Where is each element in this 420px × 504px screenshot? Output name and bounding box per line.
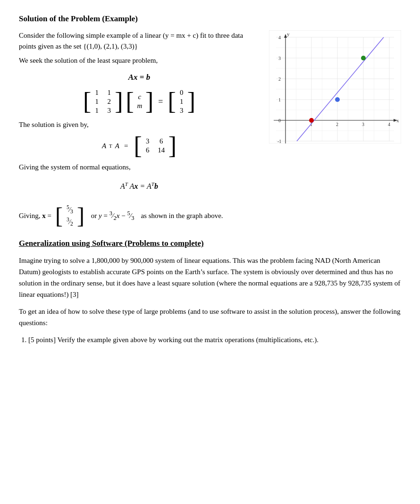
bracket-right-ata: ] [168,135,176,156]
svg-text:0: 0 [278,118,281,123]
data-point-2 [335,97,340,102]
vector-cm: c m [137,93,143,110]
giving-label: Giving, x = [19,212,51,220]
eq-axb: Ax = b [128,73,151,82]
matrix-ata: 36 614 [145,137,166,154]
problem-list: [5 points] Verify the example given abov… [19,334,401,345]
bracket-right-cm: ] [145,91,153,112]
normal-eq-text: Giving the system of normal equations, [19,162,260,173]
x-val-2: 3⁄2 [67,216,73,228]
svg-text:2: 2 [336,122,338,127]
bracket-right-x: ] [77,206,84,226]
gen-para2: To get an idea of how to solve these typ… [19,306,401,328]
svg-text:-1: -1 [277,139,281,143]
data-point-3 [361,56,366,60]
bracket-left-x: [ [55,206,63,226]
svg-text:2: 2 [278,76,281,82]
giving-row: Giving, x = [ 5⁄3 3⁄2 ] or y = 3⁄2x − 5⁄… [19,204,401,227]
section2-title: Generalization using Software (Problems … [19,239,401,248]
svg-text:3: 3 [362,122,364,127]
intro-text: Consider the following simple example of… [19,30,260,51]
bracket-left-b: [ [168,91,176,112]
problem-1: [5 points] Verify the example given abov… [28,334,401,345]
ata-equation: ATA = [ 36 614 ] [19,135,260,156]
gen-para1: Imagine trying to solve a 1,800,000 by 9… [19,255,401,300]
svg-text:4: 4 [278,35,281,40]
section1-title: Solution of the Problem (Example) [19,14,401,24]
svg-text:y: y [287,31,290,37]
bracket-left-ata: [ [134,135,142,156]
solution-given-text: The solution is given by, [19,119,260,130]
matrix-equation: [ 11 12 13 ] [ c m ] = [ 0 1 3 ] [19,89,260,115]
bracket-right-b: ] [187,91,195,112]
x-val-1: 5⁄3 [67,204,73,216]
x-vector: 5⁄3 3⁄2 [67,204,73,227]
as-shown-text: as shown in the graph above. [141,212,223,220]
matrix-A: 11 12 13 [94,89,112,115]
bracket-right-a: ] [115,91,123,112]
or-text: or y = 3⁄2x − 5⁄3 [91,210,134,222]
normal-equation: AT Ax = ATb [19,181,260,191]
data-point-1 [309,118,314,123]
svg-rect-0 [269,30,401,143]
vector-b: 0 1 3 [179,89,185,115]
svg-text:1: 1 [278,97,281,102]
intro-text2: We seek the solution of the least square… [19,55,260,66]
svg-text:3: 3 [278,56,281,61]
graph-svg: x y 1 2 3 4 4 3 2 1 0 -1 [269,30,401,143]
bracket-left-a: [ [83,91,91,112]
graph-container: x y 1 2 3 4 4 3 2 1 0 -1 [269,30,401,145]
bracket-left-cm: [ [126,91,134,112]
svg-text:4: 4 [388,122,390,127]
svg-text:x: x [396,118,399,123]
equals-sign: = [158,97,163,107]
